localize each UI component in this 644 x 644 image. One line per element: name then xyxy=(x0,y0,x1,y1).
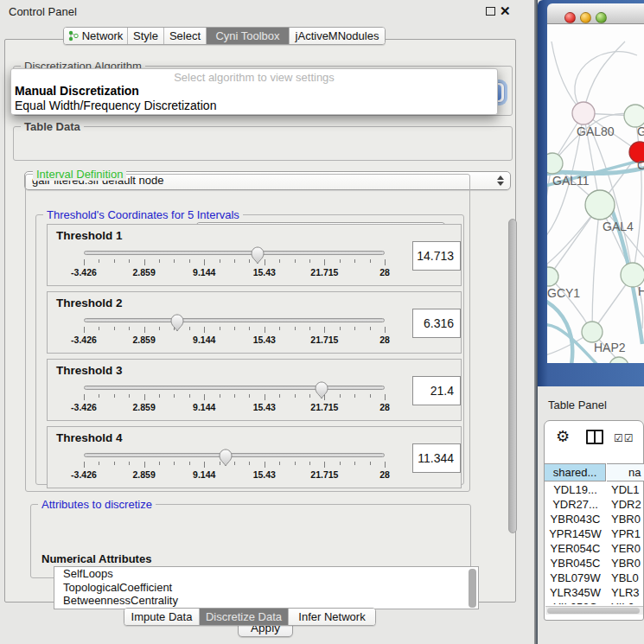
algorithm-dropdown-popup: Select algorithm to view settings Manual… xyxy=(10,68,498,115)
tick-label: 2.859 xyxy=(132,267,155,277)
tick-label: 21.715 xyxy=(310,469,338,480)
slider-thumb[interactable] xyxy=(314,380,329,399)
network-edge[interactable] xyxy=(583,41,625,113)
tab-style[interactable]: Style xyxy=(128,28,164,44)
network-window-titlebar[interactable] xyxy=(547,3,644,24)
table-cell[interactable]: YBL0 xyxy=(611,571,644,585)
list-item[interactable]: BetweennessCentrality xyxy=(54,594,478,608)
threshold-value-field[interactable]: 21.4 xyxy=(412,376,461,405)
network-graph: GAL80GACGAL11GAL4GCY1HHAP2 xyxy=(547,24,644,363)
network-node-hap2[interactable] xyxy=(582,322,603,342)
table-row[interactable]: YPR145WYPR1 xyxy=(545,526,644,541)
tick-label: 9.144 xyxy=(193,469,215,480)
table-cell[interactable]: YBR045C xyxy=(545,556,606,571)
column-header-shared-name[interactable]: shared... xyxy=(545,463,606,481)
threshold-value-field[interactable]: 14.713 xyxy=(412,241,461,271)
table-row[interactable]: YBL079WYBL0 xyxy=(545,571,644,585)
attributes-list[interactable]: SelfLoopsTopologicalCoefficientBetweenne… xyxy=(54,566,479,609)
table-cell[interactable]: YIL0 xyxy=(611,600,644,604)
close-traffic-light[interactable] xyxy=(564,12,576,23)
tick-label: 21.715 xyxy=(310,267,338,277)
slider-track[interactable] xyxy=(84,386,385,390)
node-label: GAL11 xyxy=(552,174,590,188)
list-item[interactable]: TopologicalCoefficient xyxy=(54,581,478,595)
list-scrollbar[interactable] xyxy=(469,569,476,608)
menu-item-manual-discretization[interactable]: Manual Discretization xyxy=(15,84,139,98)
zoom-traffic-light[interactable] xyxy=(596,12,607,23)
table-cell[interactable]: YLR3 xyxy=(611,585,644,600)
table-cell[interactable]: YLR345W xyxy=(545,585,606,600)
select-columns-icon[interactable]: ☑☑ xyxy=(614,432,634,444)
table-cell[interactable]: YER0 xyxy=(611,541,644,556)
tab-select[interactable]: Select xyxy=(164,28,207,44)
tab-jactivemnodules[interactable]: jActiveMNodules xyxy=(290,28,385,44)
tick-label: 9.144 xyxy=(193,335,215,345)
panel-scrollbar[interactable] xyxy=(508,219,517,533)
list-item[interactable]: SelfLoops xyxy=(54,567,478,581)
minimize-traffic-light[interactable] xyxy=(580,12,591,23)
tick-label: -3.426 xyxy=(71,402,97,412)
table-row[interactable]: YBR043CYBR0 xyxy=(545,512,644,526)
network-node-gal11[interactable] xyxy=(547,153,563,174)
table-cell[interactable]: YDR2 xyxy=(611,497,644,512)
network-node-gal80[interactable] xyxy=(572,102,595,124)
bottom-tabs: Impute DataDiscretize DataInfer Network xyxy=(124,608,376,626)
threshold-value-field[interactable]: 6.316 xyxy=(412,309,461,338)
slider-track[interactable] xyxy=(84,251,385,255)
table-row[interactable]: YDL19...YDL1 xyxy=(545,482,644,497)
table-row[interactable]: YIL052CYIL0 xyxy=(545,600,644,604)
tab-impute-data[interactable]: Impute Data xyxy=(124,609,200,625)
tick-label: 9.144 xyxy=(193,402,215,412)
control-panel-header: Control Panel ✕ xyxy=(0,0,536,23)
tab-discretize-data[interactable]: Discretize Data xyxy=(200,609,289,625)
table-row[interactable]: YDR27...YDR2 xyxy=(545,497,644,512)
menu-item-equal-width-frequency-discretization[interactable]: Equal Width/Frequency Discretization xyxy=(15,99,216,112)
column-header-name[interactable]: na xyxy=(607,463,644,481)
threshold-row: Threshold 3-3.4262.8599.14415.4321.71528… xyxy=(47,359,462,421)
table-cell[interactable]: YPR1 xyxy=(611,526,644,541)
slider-track[interactable] xyxy=(84,318,385,322)
threshold-label: Threshold 1 xyxy=(56,229,123,242)
group-title: Interval Definition xyxy=(33,169,126,181)
table-cell[interactable]: YDR27... xyxy=(545,497,606,512)
split-columns-icon[interactable] xyxy=(586,430,603,444)
slider-thumb[interactable] xyxy=(169,313,185,332)
table-cell[interactable]: YER054C xyxy=(545,541,606,556)
node-label: C xyxy=(637,158,644,172)
table-rows: YDL19...YDL1YDR27...YDR2YBR043CYBR0YPR14… xyxy=(545,482,644,604)
tab-label: Style xyxy=(133,29,158,42)
slider-track[interactable] xyxy=(84,453,385,457)
table-row[interactable]: YLR345WYLR3 xyxy=(545,585,644,600)
table-cell[interactable]: YDL19... xyxy=(545,482,606,497)
tab-network[interactable]: Network xyxy=(64,28,128,44)
slider-thumb[interactable] xyxy=(250,245,265,265)
table-cell[interactable]: YDL1 xyxy=(611,482,644,497)
gear-icon[interactable]: ⚙ xyxy=(556,427,570,446)
network-node[interactable] xyxy=(609,357,628,363)
tab-infer-network[interactable]: Infer Network xyxy=(289,609,375,625)
threshold-value-field[interactable]: 11.344 xyxy=(412,443,461,473)
numerical-attributes-label: Numerical Attributes xyxy=(41,552,151,565)
network-node-gcy1[interactable] xyxy=(547,267,558,286)
close-icon[interactable]: ✕ xyxy=(500,3,511,19)
network-edge[interactable] xyxy=(592,205,600,332)
network-canvas[interactable]: GAL80GACGAL11GAL4GCY1HHAP2 xyxy=(547,24,644,363)
network-node-gal4[interactable] xyxy=(585,190,615,220)
table-row[interactable]: YBR045CYBR0 xyxy=(545,556,644,571)
table-cell[interactable]: YBR043C xyxy=(545,512,606,526)
float-panel-icon[interactable] xyxy=(486,7,495,16)
slider-thumb[interactable] xyxy=(218,448,233,467)
network-node-h[interactable] xyxy=(621,263,644,287)
table-cell[interactable]: YBR0 xyxy=(611,512,644,526)
table-cell[interactable]: YBR0 xyxy=(611,556,644,571)
table-cell[interactable]: YPR145W xyxy=(545,526,606,541)
node-label: GA xyxy=(637,124,644,138)
tick-label: 15.43 xyxy=(253,267,276,277)
scrollbar-thumb[interactable] xyxy=(547,608,640,614)
combobox-arrows-icon xyxy=(497,175,504,186)
table-row[interactable]: YER054CYER0 xyxy=(545,541,644,556)
table-cell[interactable]: YBL079W xyxy=(545,571,606,585)
tab-cyni-toolbox[interactable]: Cyni Toolbox xyxy=(207,28,290,44)
table-cell[interactable]: YIL052C xyxy=(545,600,606,604)
table-horizontal-scrollbar[interactable] xyxy=(545,606,643,615)
